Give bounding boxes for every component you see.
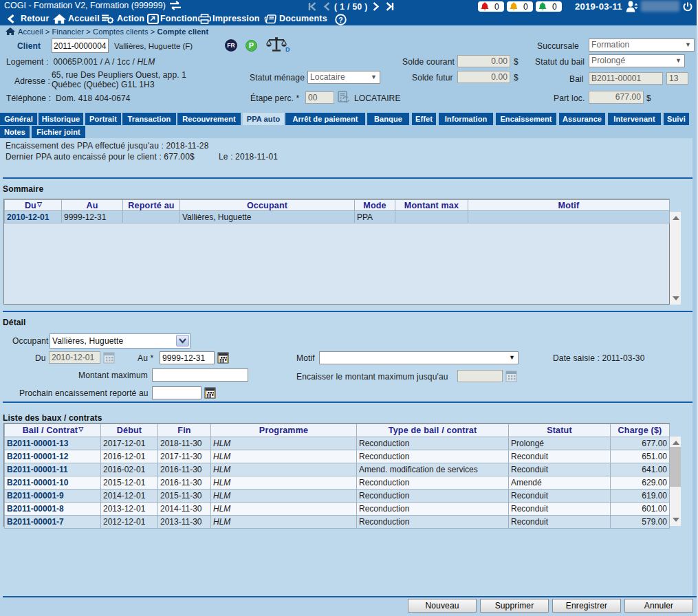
- svg-text:D: D: [285, 46, 290, 53]
- svg-text:?: ?: [338, 16, 343, 24]
